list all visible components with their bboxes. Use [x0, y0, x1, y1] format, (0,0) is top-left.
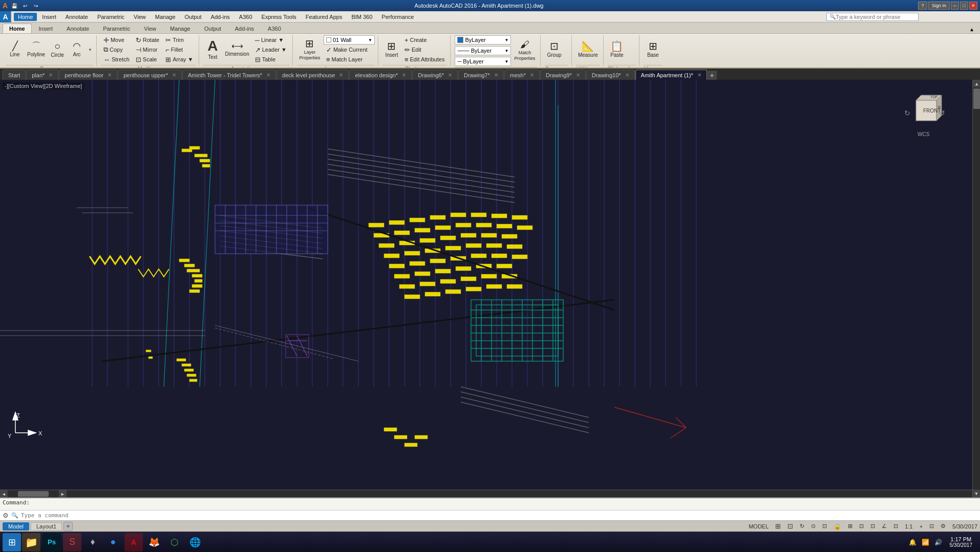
scroll-thumb-h[interactable]	[18, 491, 49, 497]
sel-btn[interactable]: ∠	[879, 522, 889, 531]
sign-in-btn[interactable]: Sign In	[928, 2, 950, 10]
draw-more-btn[interactable]: ▼	[87, 47, 93, 53]
tab-aminth-tower[interactable]: Aminth Tower - Tridel Towers* ✕	[182, 70, 276, 80]
make-current-button[interactable]: ✓ Make Current	[324, 45, 375, 54]
tab-penthouse-floor[interactable]: penthouse floor ✕	[59, 70, 117, 80]
taskbar-autocad[interactable]: A	[124, 533, 143, 551]
insert-button[interactable]: ⊞ Insert	[382, 35, 401, 64]
measure-button[interactable]: 📐 Measure	[576, 35, 600, 64]
snap-btn[interactable]: ⊡	[785, 521, 796, 531]
menu-view[interactable]: View	[130, 13, 150, 21]
tab-drawing9[interactable]: Drawing9* ✕	[540, 70, 586, 80]
tab-close-elev[interactable]: ✕	[402, 72, 406, 78]
mirror-button[interactable]: ⊣ Mirror	[133, 45, 162, 54]
move-button[interactable]: ✛ Move	[101, 35, 132, 45]
close-btn[interactable]: ✕	[969, 2, 977, 10]
tab-close-d7[interactable]: ✕	[494, 72, 498, 78]
osnap-btn[interactable]: ⊡	[820, 522, 829, 531]
scroll-thumb-v[interactable]	[973, 89, 980, 109]
menu-featured[interactable]: Featured Apps	[302, 13, 347, 21]
array-button[interactable]: ⊞ Array ▼	[163, 55, 196, 64]
rotate-button[interactable]: ↻ Rotate	[133, 35, 162, 45]
lock-btn[interactable]: 🔒	[831, 522, 844, 531]
minimize-btn[interactable]: ─	[951, 2, 959, 10]
table-button[interactable]: ⊟ Table	[252, 55, 289, 64]
taskbar-app5[interactable]: ●	[104, 533, 122, 551]
scroll-left-btn[interactable]: ◄	[0, 490, 8, 497]
text-button[interactable]: A Text	[203, 35, 222, 64]
tab-mesh[interactable]: mesh* ✕	[504, 70, 540, 80]
quick-access-undo[interactable]: ↩	[21, 2, 29, 10]
command-input-row[interactable]: ⚙ 🔍	[0, 510, 980, 520]
tab-drawing10[interactable]: Drawing10* ✕	[586, 70, 635, 80]
create-button[interactable]: + Create	[402, 35, 447, 45]
paste-button[interactable]: 📋 Paste	[608, 35, 626, 64]
trim-button[interactable]: ✂ Trim	[163, 35, 196, 45]
ribbon-tab-output[interactable]: Output	[198, 24, 228, 33]
model-indicator[interactable]: MODEL	[746, 522, 771, 531]
color-dropdown[interactable]: ByLayer ▼	[455, 35, 511, 45]
horizontal-scrollbar[interactable]: ◄ ►	[0, 490, 972, 497]
command-input[interactable]	[21, 512, 977, 519]
tab-amith-apartment[interactable]: Amith Apartment (1)* ✕	[635, 70, 707, 80]
menu-performance[interactable]: Performance	[377, 13, 418, 21]
taskbar-firefox[interactable]: 🦊	[145, 533, 163, 551]
scale-button[interactable]: ⊡ Scale	[133, 55, 162, 64]
tab-close-d10[interactable]: ✕	[625, 72, 629, 78]
tab-close-mesh[interactable]: ✕	[530, 72, 534, 78]
polyline-button[interactable]: ⌒ Polyline	[25, 35, 47, 64]
match-properties-button[interactable]: 🖌 MatchProperties	[512, 36, 537, 65]
group-button[interactable]: ⊡ Group	[545, 35, 563, 64]
menu-addins[interactable]: Add-ins	[207, 13, 234, 21]
menu-home[interactable]: Home	[14, 13, 37, 21]
tab-drawing6[interactable]: Drawing6* ✕	[412, 70, 458, 80]
ortho-btn[interactable]: ↻	[797, 522, 807, 531]
zoom-in-btn[interactable]: +	[917, 522, 925, 531]
tab-plan[interactable]: plan* ✕	[26, 70, 58, 80]
ribbon-tab-annotate[interactable]: Annotate	[60, 24, 96, 33]
match-layer-button[interactable]: ≡ Match Layer	[324, 55, 375, 64]
taskbar-network[interactable]: 📶	[919, 539, 932, 546]
tab-penthouse-upper[interactable]: penthouse upper* ✕	[118, 70, 182, 80]
circle-button[interactable]: ○ Circle	[48, 35, 67, 64]
ribbon-tab-addins[interactable]: Add-ins	[228, 24, 261, 33]
linear-button[interactable]: ─ Linear ▼	[252, 35, 289, 45]
menu-annotate[interactable]: Annotate	[61, 13, 92, 21]
quick-access-save[interactable]: 💾	[10, 2, 18, 10]
taskbar-app7[interactable]: ⬡	[165, 533, 184, 551]
menu-express[interactable]: Express Tools	[258, 13, 301, 21]
ribbon-minimize-btn[interactable]: ▲	[966, 26, 977, 33]
restore-btn[interactable]: □	[960, 2, 968, 10]
scale-indicator[interactable]: 1:1	[902, 522, 915, 531]
menu-parametric[interactable]: Parametric	[93, 13, 129, 21]
menu-output[interactable]: Output	[181, 13, 206, 21]
otrack-btn[interactable]: ⊞	[845, 522, 855, 531]
line-button[interactable]: ╱ Line	[6, 35, 24, 64]
tab-close-deck[interactable]: ✕	[339, 72, 343, 78]
grid-btn[interactable]: ⊞	[773, 521, 783, 531]
ws-btn[interactable]: ⊡	[927, 522, 936, 531]
tab-close-pf[interactable]: ✕	[108, 72, 112, 78]
tab-deck[interactable]: deck level penthouse ✕	[276, 70, 349, 80]
linetype-dropdown[interactable]: ─── ByLayer ▼	[455, 46, 511, 55]
fillet-button[interactable]: ⌐ Fillet	[163, 45, 196, 54]
base-button[interactable]: ⊞ Base	[644, 35, 662, 64]
windows-start-button[interactable]: ⊞	[3, 533, 21, 551]
model-tab[interactable]: Model	[3, 522, 29, 531]
ribbon-tab-a360[interactable]: A360	[261, 24, 288, 33]
tab-elevation[interactable]: elevation design* ✕	[349, 70, 412, 80]
ribbon-tab-view[interactable]: View	[137, 24, 163, 33]
tab-close-d9[interactable]: ✕	[576, 72, 580, 78]
menu-insert[interactable]: Insert	[38, 13, 60, 21]
taskbar-app4[interactable]: ♦	[83, 533, 102, 551]
tab-start[interactable]: Start	[3, 70, 26, 80]
app-button[interactable]: A	[0, 11, 11, 23]
annot-btn[interactable]: ⊡	[891, 522, 901, 531]
arc-button[interactable]: ◠ Arc	[68, 35, 86, 64]
edit-attributes-button[interactable]: ≡ Edit Attributes	[402, 55, 447, 64]
menu-manage[interactable]: Manage	[151, 13, 180, 21]
scroll-right-btn[interactable]: ►	[59, 490, 67, 497]
vertical-scrollbar[interactable]: ▲ ▼	[972, 80, 980, 497]
ribbon-tab-parametric[interactable]: Parametric	[96, 24, 137, 33]
viewport-area[interactable]: -][Custom View][2D Wireframe]	[0, 80, 980, 497]
